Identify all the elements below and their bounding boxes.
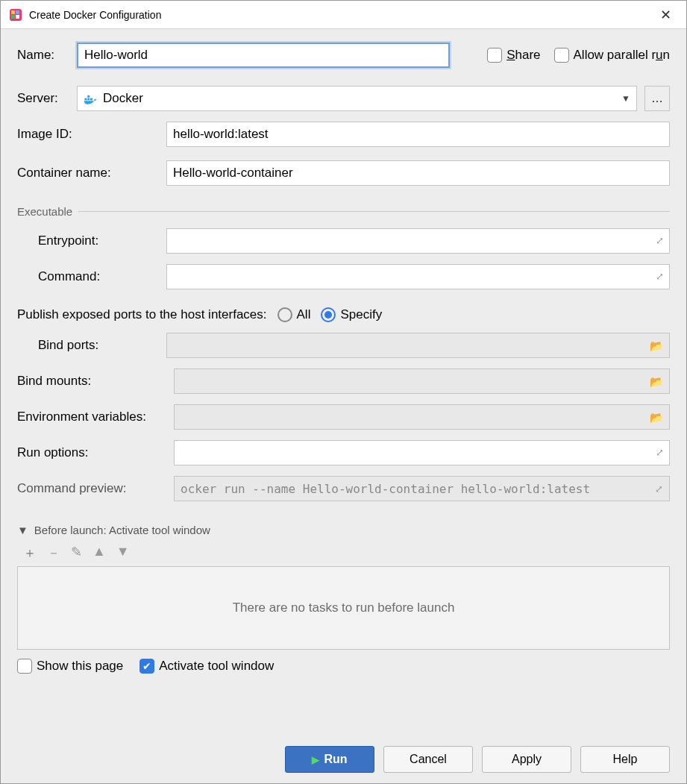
play-icon: ▶ [312,754,319,765]
image-id-label: Image ID: [17,127,166,142]
run-options-input[interactable] [174,440,670,465]
env-vars-input[interactable] [174,404,670,430]
command-preview-label: Command preview: [17,481,174,496]
svg-rect-8 [87,95,90,97]
container-name-input[interactable] [166,160,670,186]
server-row: Server: Docker ▼ … [17,86,670,111]
executable-group: Entrypoint: ⤢ Command: ⤢ [17,228,670,300]
svg-rect-1 [11,10,15,14]
server-value: Docker [103,91,143,106]
footer-checkbox-row: Show this page ✔ Activate tool window [17,659,670,674]
folder-icon[interactable]: 📂 [650,411,664,424]
entrypoint-input[interactable] [166,228,670,254]
checkbox-icon [554,48,569,63]
chevron-down-icon: ▼ [17,524,28,536]
show-page-checkbox[interactable]: Show this page [17,659,123,674]
image-id-input[interactable] [166,122,670,147]
dialog-window: Create Docker Configuration ✕ Name: Shar… [0,0,687,784]
svg-rect-2 [16,10,19,14]
dialog-buttons: ▶ Run Cancel Apply Help [17,746,670,773]
expand-icon[interactable]: ⤢ [656,271,664,282]
share-label-rest: hare [515,48,540,62]
before-launch-toolbar: ＋ － ✎ ▲ ▼ [17,542,670,566]
bind-ports-group: Bind ports: 📂 [17,333,670,369]
command-label: Command: [38,269,166,284]
entrypoint-label: Entrypoint: [38,233,166,248]
expand-icon[interactable]: ⤢ [656,235,664,246]
command-input[interactable] [166,264,670,289]
move-up-icon[interactable]: ▲ [92,544,106,562]
bind-ports-input[interactable] [166,333,670,358]
window-title: Create Docker Configuration [29,9,161,21]
publish-ports-row: Publish exposed ports to the host interf… [17,307,670,322]
cancel-button[interactable]: Cancel [383,746,473,773]
allow-parallel-checkbox[interactable]: Allow parallel run [554,48,670,63]
radio-icon [277,307,292,322]
checkbox-icon [487,48,502,63]
expand-icon[interactable]: ⤢ [655,483,663,495]
close-icon[interactable]: ✕ [652,7,679,23]
activate-tool-window-checkbox[interactable]: ✔ Activate tool window [139,659,274,674]
svg-rect-3 [11,15,15,19]
titlebar: Create Docker Configuration ✕ [1,1,686,29]
run-options-label: Run options: [17,445,174,460]
apply-button[interactable]: Apply [482,746,571,773]
publish-ports-label: Publish exposed ports to the host interf… [17,307,267,322]
edit-icon[interactable]: ✎ [71,544,82,562]
remove-icon[interactable]: － [47,544,60,562]
ports-all-radio[interactable]: All [277,307,311,322]
help-button[interactable]: Help [580,746,670,773]
name-row: Name: Share Allow parallel run [17,43,670,68]
radio-icon [321,307,336,322]
svg-rect-6 [87,98,90,100]
bind-ports-label: Bind ports: [38,338,166,353]
dialog-content: Name: Share Allow parallel run Server: D… [1,29,686,783]
executable-header: Executable [17,205,670,218]
before-launch-header[interactable]: ▼ Before launch: Activate tool window [17,524,670,536]
svg-rect-4 [16,15,19,19]
checkbox-icon: ✔ [139,659,154,674]
command-preview: ocker run --name Hello-world-container h… [174,476,670,501]
share-checkbox[interactable]: Share [487,48,540,63]
move-down-icon[interactable]: ▼ [116,544,130,562]
server-more-button[interactable]: … [644,86,670,111]
image-container-group: Image ID: Container name: [17,122,670,199]
server-select[interactable]: Docker ▼ [77,86,637,111]
server-label: Server: [17,91,77,106]
env-vars-label: Environment variables: [17,410,174,424]
folder-icon[interactable]: 📂 [650,339,664,353]
app-icon [8,7,23,22]
run-button[interactable]: ▶ Run [285,746,374,773]
bind-mounts-label: Bind mounts: [17,374,174,389]
container-name-label: Container name: [17,166,166,181]
before-launch-tasks: There are no tasks to run before launch [17,566,670,650]
checkbox-icon [17,659,32,674]
name-label: Name: [17,48,77,63]
bind-mounts-input[interactable] [174,369,670,394]
chevron-down-icon: ▼ [621,93,630,104]
add-icon[interactable]: ＋ [23,544,37,562]
folder-icon[interactable]: 📂 [650,375,664,389]
name-input[interactable] [77,43,450,68]
svg-rect-5 [85,98,87,100]
svg-rect-7 [90,98,92,100]
expand-icon[interactable]: ⤢ [656,447,664,458]
ports-specify-radio[interactable]: Specify [321,307,382,322]
docker-icon [84,93,97,104]
